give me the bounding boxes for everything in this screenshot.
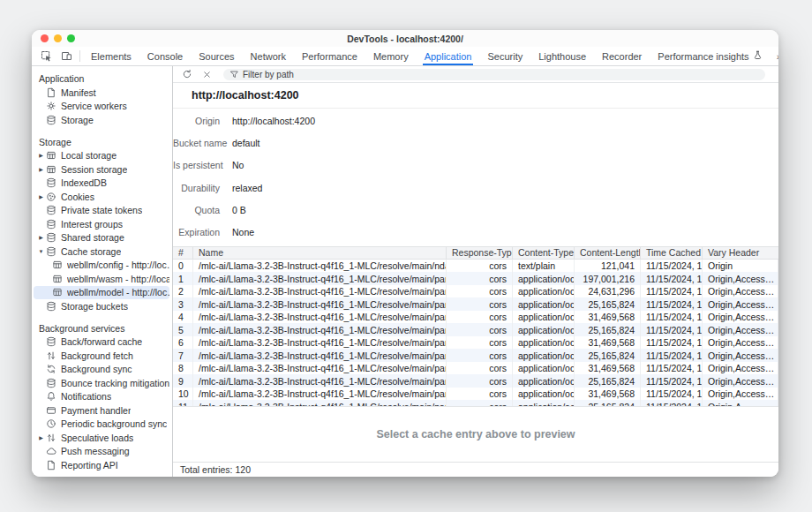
sidebar-item-bounce-tracking-mitigations[interactable]: Bounce tracking mitigations — [34, 376, 169, 390]
cell-name: /mlc-ai/Llama-3.2-3B-Instruct-q4f16_1-ML… — [193, 336, 447, 350]
sidebar-item-label: Reporting API — [61, 460, 118, 471]
sidebar-item-local-storage[interactable]: ▶Local storage — [34, 149, 169, 163]
sidebar-item-label: Manifest — [61, 87, 96, 98]
sidebar-section-application: ApplicationManifestService workersStorag… — [32, 72, 172, 127]
more-tabs-button[interactable]: » — [771, 51, 778, 62]
table-row[interactable]: 1/mlc-ai/Llama-3.2-3B-Instruct-q4f16_1-M… — [173, 272, 778, 285]
sidebar-item-private-state-tokens[interactable]: Private state tokens — [34, 204, 169, 218]
sidebar-item-back-forward-cache[interactable]: Back/forward cache — [34, 335, 169, 350]
sidebar-item-label: Periodic background sync — [61, 418, 167, 429]
sidebar-item-cache-storage[interactable]: ▼Cache storage — [34, 245, 169, 259]
cell-content-type: application/oc… — [513, 362, 575, 375]
chevron-collapsed-icon[interactable]: ▶ — [36, 435, 46, 440]
tab-security[interactable]: Security — [479, 47, 530, 65]
column-header-time-cached[interactable]: Time Cached — [641, 247, 703, 259]
sidebar-item-background-sync[interactable]: Background sync — [34, 363, 169, 377]
cell-num: 9 — [173, 374, 193, 388]
device-toolbar-button[interactable] — [56, 47, 77, 65]
table-row[interactable]: 0/mlc-ai/Llama-3.2-3B-Instruct-q4f16_1-M… — [173, 260, 778, 273]
sidebar-item-shared-storage[interactable]: ▶Shared storage — [34, 231, 169, 245]
sidebar-item-payment-handler[interactable]: Payment handler — [34, 403, 169, 418]
chevron-collapsed-icon[interactable]: ▶ — [36, 235, 46, 240]
tab-performance[interactable]: Performance — [294, 47, 365, 65]
table-row[interactable]: 10/mlc-ai/Llama-3.2-3B-Instruct-q4f16_1-… — [173, 388, 778, 401]
table-row[interactable]: 8/mlc-ai/Llama-3.2-3B-Instruct-q4f16_1-M… — [173, 362, 778, 375]
sidebar-item-storage[interactable]: Storage — [34, 113, 169, 127]
inspect-button[interactable] — [36, 47, 56, 65]
table-icon — [52, 274, 63, 284]
sidebar-item-label: Service workers — [61, 101, 127, 111]
filter-input[interactable] — [243, 70, 759, 79]
column-header-vary-header[interactable]: Vary Header — [703, 247, 778, 259]
chevron-expanded-icon[interactable]: ▼ — [36, 249, 46, 254]
sidebar-item-label: Local storage — [61, 150, 117, 161]
sidebar-item-service-workers[interactable]: Service workers — [34, 100, 169, 114]
cell-vary-header: Origin,Access… — [703, 362, 778, 375]
refresh-button[interactable] — [177, 69, 197, 79]
sidebar-item-webllm-config-http-loc[interactable]: webllm/config - http://loc… — [34, 259, 169, 273]
sidebar-item-notifications[interactable]: Notifications — [34, 390, 169, 404]
tab-performance-insights[interactable]: Performance insights — [650, 47, 770, 65]
cell-vary-header: Origin,Access… — [703, 297, 778, 311]
cell-content-length: 24,631,296 — [575, 285, 641, 298]
delete-entry-button[interactable] — [198, 70, 216, 79]
table-row[interactable]: 2/mlc-ai/Llama-3.2-3B-Instruct-q4f16_1-M… — [173, 285, 778, 298]
sidebar-item-session-storage[interactable]: ▶Session storage — [34, 162, 169, 177]
sidebar-item-background-fetch[interactable]: Background fetch — [34, 349, 169, 363]
cell-response-type: cors — [447, 285, 513, 298]
table-row[interactable]: 7/mlc-ai/Llama-3.2-3B-Instruct-q4f16_1-M… — [173, 349, 778, 362]
cell-num: 2 — [173, 285, 193, 298]
tab-sources[interactable]: Sources — [191, 47, 242, 65]
sidebar-item-interest-groups[interactable]: Interest groups — [34, 217, 169, 231]
column-header-content-length[interactable]: Content-Length — [575, 247, 641, 259]
tab-memory[interactable]: Memory — [365, 47, 417, 65]
cell-response-type: cors — [447, 311, 513, 324]
table-row[interactable]: 9/mlc-ai/Llama-3.2-3B-Instruct-q4f16_1-M… — [173, 374, 778, 388]
tab-elements[interactable]: Elements — [83, 47, 139, 65]
clock-icon — [46, 418, 56, 429]
sidebar-item-indexeddb[interactable]: IndexedDB — [34, 177, 169, 191]
sidebar-item-push-messaging[interactable]: Push messaging — [34, 445, 169, 459]
sidebar-item-periodic-background-sync[interactable]: Periodic background sync — [34, 418, 169, 432]
close-button[interactable] — [41, 34, 49, 42]
chevron-collapsed-icon[interactable]: ▶ — [36, 153, 46, 158]
column-header-num[interactable]: # — [173, 247, 193, 259]
table-row[interactable]: 4/mlc-ai/Llama-3.2-3B-Instruct-q4f16_1-M… — [173, 311, 778, 324]
table-row[interactable]: 3/mlc-ai/Llama-3.2-3B-Instruct-q4f16_1-M… — [173, 297, 778, 311]
database-icon — [46, 301, 56, 312]
cell-vary-header: Origin,Access… — [703, 388, 778, 401]
table-row[interactable]: 5/mlc-ai/Llama-3.2-3B-Instruct-q4f16_1-M… — [173, 323, 778, 336]
sidebar-item-webllm-model-http-loc[interactable]: webllm/model - http://loc… — [34, 286, 169, 300]
chevron-collapsed-icon[interactable]: ▶ — [36, 194, 46, 200]
sidebar-item-cookies[interactable]: ▶Cookies — [34, 190, 169, 204]
tab-network[interactable]: Network — [243, 47, 294, 65]
chevron-collapsed-icon[interactable]: ▶ — [36, 167, 46, 172]
cell-content-type: application/oc… — [513, 388, 575, 401]
sidebar-item-manifest[interactable]: Manifest — [34, 86, 169, 100]
application-sidebar: ApplicationManifestService workersStorag… — [32, 66, 173, 477]
sidebar-item-label: webllm/config - http://loc… — [67, 260, 169, 270]
sidebar-item-speculative-loads[interactable]: ▶Speculative loads — [34, 431, 169, 445]
column-header-response-type[interactable]: Response-Type — [447, 247, 513, 259]
column-header-name[interactable]: Name — [193, 247, 447, 259]
cell-num: 4 — [173, 311, 193, 324]
sidebar-item-label: Cookies — [61, 192, 94, 202]
zoom-button[interactable] — [67, 34, 75, 42]
table-row[interactable]: 6/mlc-ai/Llama-3.2-3B-Instruct-q4f16_1-M… — [173, 336, 778, 350]
sidebar-item-webllm-wasm-http-loca[interactable]: webllm/wasm - http://loca… — [34, 272, 169, 286]
tab-recorder[interactable]: Recorder — [594, 47, 650, 65]
panel-tabs: ElementsConsoleSourcesNetworkPerformance… — [83, 47, 771, 65]
grid-rows: 0/mlc-ai/Llama-3.2-3B-Instruct-q4f16_1-M… — [173, 260, 778, 406]
tab-label: Memory — [373, 51, 409, 62]
tab-lighthouse[interactable]: Lighthouse — [530, 47, 594, 65]
cell-content-type: application/oc… — [513, 272, 575, 285]
tab-console[interactable]: Console — [139, 47, 191, 65]
tab-application[interactable]: Application — [417, 47, 480, 65]
sidebar-item-reporting-api[interactable]: Reporting API — [34, 458, 169, 472]
cell-time-cached: 11/15/2024, 10… — [641, 388, 703, 401]
column-header-content-type[interactable]: Content-Type — [513, 247, 575, 259]
minimize-button[interactable] — [54, 34, 62, 42]
sidebar-item-storage-buckets[interactable]: Storage buckets — [34, 299, 169, 313]
fetch-arrows-icon — [46, 433, 56, 443]
cell-num: 7 — [173, 349, 193, 362]
